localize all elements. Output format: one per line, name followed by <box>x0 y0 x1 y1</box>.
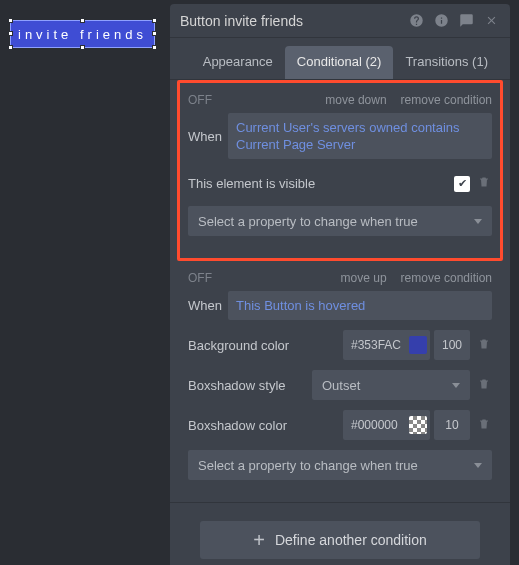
tab-appearance[interactable]: Appearance <box>191 46 285 79</box>
invite-friends-label: invite friends <box>18 27 147 42</box>
tab-transitions[interactable]: Transitions (1) <box>393 46 500 79</box>
condition-block: OFF move down remove condition When Curr… <box>177 80 503 261</box>
when-label: When <box>188 129 228 144</box>
condition-block: OFF move up remove condition When This B… <box>180 261 500 502</box>
comment-icon[interactable] <box>457 12 475 30</box>
when-expression[interactable]: Current User's servers owned contains Cu… <box>228 113 492 159</box>
boxshadow-style-value: Outset <box>322 378 360 393</box>
boxshadow-alpha[interactable]: 10 <box>434 410 470 440</box>
visible-checkbox[interactable]: ✔ <box>454 176 470 192</box>
boxshadow-color-label: Boxshadow color <box>188 418 298 433</box>
boxshadow-hex: #000000 <box>351 418 403 432</box>
panel-body: OFF move down remove condition When Curr… <box>170 80 510 565</box>
bgcolor-alpha[interactable]: 100 <box>434 330 470 360</box>
define-condition-label: Define another condition <box>275 532 427 548</box>
help-icon[interactable] <box>407 12 425 30</box>
bgcolor-input[interactable]: #353FAC <box>343 330 430 360</box>
boxshadow-color-input[interactable]: #000000 <box>343 410 430 440</box>
panel-header: Button invite friends <box>170 4 510 38</box>
chevron-down-icon <box>474 219 482 224</box>
canvas-area: invite friends <box>0 0 170 565</box>
remove-condition-link[interactable]: remove condition <box>401 93 492 107</box>
panel-title: Button invite friends <box>180 13 400 29</box>
property-select-placeholder: Select a property to change when true <box>198 214 418 229</box>
chevron-down-icon <box>474 463 482 468</box>
property-select[interactable]: Select a property to change when true <box>188 206 492 236</box>
off-toggle[interactable]: OFF <box>188 271 228 285</box>
trash-icon[interactable] <box>478 337 492 354</box>
property-panel: Button invite friends Appearance Conditi… <box>170 4 510 565</box>
off-toggle[interactable]: OFF <box>188 93 228 107</box>
boxshadow-swatch[interactable] <box>409 416 427 434</box>
tab-conditional[interactable]: Conditional (2) <box>285 46 394 79</box>
info-icon[interactable] <box>432 12 450 30</box>
tab-bar: Appearance Conditional (2) Transitions (… <box>170 38 510 80</box>
move-up-link[interactable]: move up <box>341 271 387 285</box>
when-expression[interactable]: This Button is hovered <box>228 291 492 320</box>
move-down-link[interactable]: move down <box>325 93 386 107</box>
boxshadow-style-label: Boxshadow style <box>188 378 298 393</box>
property-select[interactable]: Select a property to change when true <box>188 450 492 480</box>
boxshadow-style-select[interactable]: Outset <box>312 370 470 400</box>
property-select-placeholder: Select a property to change when true <box>198 458 418 473</box>
define-condition-button[interactable]: + Define another condition <box>200 521 480 559</box>
trash-icon[interactable] <box>478 417 492 434</box>
bgcolor-hex: #353FAC <box>351 338 403 352</box>
bgcolor-label: Background color <box>188 338 298 353</box>
when-label: When <box>188 298 228 313</box>
plus-icon: + <box>253 529 265 552</box>
close-icon[interactable] <box>482 12 500 30</box>
invite-friends-button[interactable]: invite friends <box>10 20 155 48</box>
bgcolor-swatch[interactable] <box>409 336 427 354</box>
chevron-down-icon <box>452 383 460 388</box>
visible-label: This element is visible <box>188 176 454 191</box>
trash-icon[interactable] <box>478 175 492 192</box>
trash-icon[interactable] <box>478 377 492 394</box>
remove-condition-link[interactable]: remove condition <box>401 271 492 285</box>
